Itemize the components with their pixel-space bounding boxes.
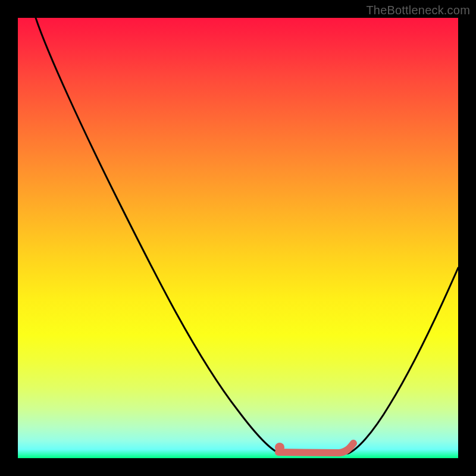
optimal-point-marker [275, 443, 284, 452]
chart-svg [18, 18, 458, 458]
watermark-text: TheBottleneck.com [366, 4, 470, 17]
plot-area [18, 18, 458, 458]
bottleneck-curve-path [36, 18, 458, 453]
chart-frame: TheBottleneck.com [0, 0, 476, 476]
optimal-segment-marker [278, 443, 353, 453]
